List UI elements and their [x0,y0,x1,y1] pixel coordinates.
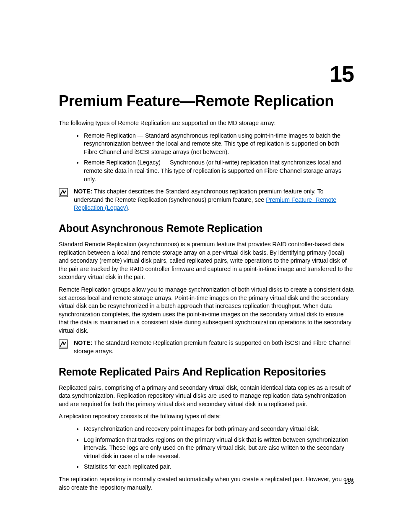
document-page: 15 Premium Feature—Remote Replication Th… [0,0,400,532]
intro-paragraph: The following types of Remote Replicatio… [59,119,354,128]
note-label: NOTE: [74,188,94,195]
paragraph: A replication repository consists of the… [59,412,354,421]
chapter-title: Premium Feature—Remote Replication [59,92,354,110]
note-icon [59,188,68,197]
note-body: The standard Remote Replication premium … [74,339,351,355]
note-label: NOTE: [74,339,94,346]
list-item: Log information that tracks regions on t… [83,436,354,461]
note-body-b: . [128,204,130,211]
note-text: NOTE: The standard Remote Replication pr… [74,339,354,355]
repository-data-list: Resynchronization and recovery point ima… [59,425,354,471]
paragraph: Standard Remote Replication (asynchronou… [59,240,354,282]
note-block: NOTE: The standard Remote Replication pr… [59,339,354,355]
list-item: Resynchronization and recovery point ima… [83,425,354,433]
paragraph: Remote Replication groups allow you to m… [59,286,354,335]
replication-types-list: Remote Replication — Standard asynchrono… [59,132,354,184]
section-heading-about: About Asynchronous Remote Replication [59,222,354,235]
chapter-number: 15 [330,61,354,87]
list-item: Remote Replication (Legacy) — Synchronou… [83,159,354,183]
note-icon [59,339,68,349]
list-item: Statistics for each replicated pair. [83,463,354,471]
section-heading-pairs: Remote Replicated Pairs And Replication … [59,366,354,378]
note-block: NOTE: This chapter describes the Standar… [59,188,354,212]
paragraph: The replication repository is normally c… [59,475,354,492]
paragraph: Replicated pairs, comprising of a primar… [59,384,354,409]
note-text: NOTE: This chapter describes the Standar… [74,188,354,212]
page-number: 185 [344,478,354,485]
list-item: Remote Replication — Standard asynchrono… [83,132,354,156]
